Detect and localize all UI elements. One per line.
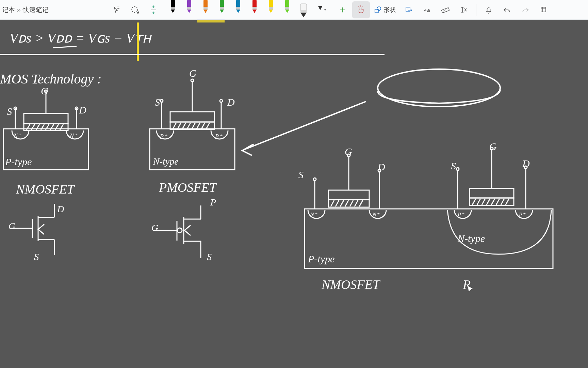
chevron-down-icon: ▾ bbox=[324, 8, 326, 12]
svg-text:+: + bbox=[137, 10, 139, 14]
pen-lime[interactable] bbox=[280, 0, 294, 14]
label-ntype1: N-type bbox=[153, 156, 179, 167]
svg-line-99 bbox=[359, 200, 363, 206]
label-g3: G bbox=[345, 146, 352, 157]
label-pplus3: P⁺ bbox=[458, 211, 464, 218]
pen-green[interactable] bbox=[215, 0, 229, 14]
svg-rect-91 bbox=[328, 190, 369, 200]
label-pplus1: P⁺ bbox=[160, 133, 167, 140]
svg-rect-24 bbox=[285, 7, 289, 10]
svg-point-80 bbox=[220, 99, 223, 102]
svg-marker-16 bbox=[236, 10, 240, 13]
svg-line-96 bbox=[345, 200, 348, 206]
svg-rect-34 bbox=[441, 7, 449, 13]
svg-rect-15 bbox=[236, 7, 240, 10]
label-s4: S bbox=[451, 160, 456, 172]
svg-marker-7 bbox=[187, 10, 191, 13]
text-cursor-tool[interactable] bbox=[108, 1, 126, 18]
heading-text: MOS Technology : bbox=[0, 71, 101, 87]
svg-line-95 bbox=[340, 200, 344, 206]
undo-button[interactable] bbox=[498, 1, 516, 18]
svg-line-113 bbox=[496, 199, 500, 205]
svg-line-74 bbox=[206, 123, 210, 129]
insert-space-tool[interactable] bbox=[145, 1, 162, 18]
svg-rect-9 bbox=[203, 7, 208, 10]
svg-line-97 bbox=[350, 200, 353, 206]
svg-rect-35 bbox=[541, 7, 546, 12]
svg-line-109 bbox=[477, 199, 480, 205]
svg-point-103 bbox=[313, 178, 316, 181]
svg-text:a: a bbox=[427, 8, 430, 13]
label-pmosfet: PMOSFET bbox=[159, 180, 216, 195]
label-symG2: G bbox=[151, 223, 158, 233]
svg-point-88 bbox=[177, 228, 182, 233]
notifications-button[interactable] bbox=[480, 1, 497, 18]
drawing-canvas[interactable]: Vᴅs > Vᴅᴅ = Vɢs − Vᴛʜ bbox=[0, 20, 588, 368]
svg-line-36 bbox=[53, 46, 77, 48]
svg-line-98 bbox=[355, 200, 358, 206]
ink-to-shape-button[interactable] bbox=[400, 1, 418, 18]
svg-line-68 bbox=[178, 123, 181, 129]
toolbar-divider bbox=[476, 4, 476, 16]
label-symS1: S bbox=[34, 251, 39, 262]
pen-options-dropdown[interactable]: ▾ bbox=[313, 5, 330, 15]
svg-marker-28 bbox=[300, 13, 307, 17]
svg-point-76 bbox=[191, 79, 194, 82]
shapes-label: 形状 bbox=[383, 6, 396, 14]
ink-to-text-button[interactable]: a bbox=[418, 1, 436, 18]
label-g4: G bbox=[489, 141, 497, 152]
touch-draw-toggle[interactable] bbox=[352, 1, 370, 18]
lasso-tool[interactable]: + bbox=[126, 1, 144, 18]
svg-rect-90 bbox=[305, 209, 553, 269]
breadcrumb-notebook[interactable]: 记本 bbox=[2, 5, 15, 14]
label-symS2: S bbox=[207, 251, 212, 262]
redo-button[interactable] bbox=[517, 1, 534, 18]
label-d1: D bbox=[79, 104, 86, 116]
pen-black[interactable] bbox=[166, 0, 180, 14]
svg-rect-41 bbox=[24, 113, 68, 124]
label-d4: D bbox=[522, 158, 530, 169]
pen-yellow[interactable] bbox=[264, 0, 278, 14]
svg-marker-29 bbox=[318, 6, 322, 10]
label-symP: P bbox=[210, 197, 216, 208]
label-ntype2: N-type bbox=[458, 233, 485, 244]
svg-line-93 bbox=[331, 200, 334, 206]
svg-line-115 bbox=[506, 199, 509, 205]
math-button[interactable] bbox=[455, 1, 473, 18]
label-symD1: D bbox=[57, 204, 64, 215]
svg-rect-6 bbox=[187, 7, 191, 10]
label-nplus1: N⁺ bbox=[14, 132, 21, 140]
ruler-button[interactable] bbox=[437, 1, 454, 18]
svg-point-78 bbox=[160, 99, 163, 102]
svg-line-71 bbox=[192, 123, 195, 129]
breadcrumb[interactable]: 记本 » 快速笔记 bbox=[2, 5, 62, 14]
pen-blue[interactable] bbox=[231, 0, 245, 14]
more-button[interactable] bbox=[535, 1, 553, 18]
pen-palette: ▾ bbox=[166, 0, 330, 20]
label-symG1: G bbox=[9, 221, 15, 232]
svg-rect-65 bbox=[170, 112, 214, 122]
pen-red[interactable] bbox=[247, 0, 262, 14]
pen-orange[interactable] bbox=[198, 0, 213, 14]
svg-marker-4 bbox=[171, 10, 175, 13]
svg-line-108 bbox=[472, 199, 476, 205]
svg-marker-19 bbox=[252, 10, 257, 13]
label-s1: S bbox=[7, 106, 12, 117]
svg-line-94 bbox=[336, 200, 339, 206]
breadcrumb-page[interactable]: 快速笔记 bbox=[23, 5, 49, 14]
label-s3: S bbox=[298, 169, 304, 181]
shapes-button[interactable]: 形状 bbox=[371, 1, 399, 18]
svg-marker-13 bbox=[220, 10, 224, 13]
label-d2: D bbox=[227, 96, 235, 108]
label-d3: D bbox=[378, 161, 385, 173]
svg-point-119 bbox=[456, 168, 459, 170]
label-nplus3: N⁺ bbox=[310, 211, 317, 218]
label-ptype1: P-type bbox=[5, 156, 32, 168]
svg-rect-27 bbox=[300, 10, 307, 13]
eraser-tool[interactable] bbox=[296, 3, 311, 17]
pen-purple[interactable] bbox=[182, 0, 196, 14]
svg-rect-3 bbox=[171, 7, 175, 10]
add-pen-button[interactable] bbox=[334, 1, 352, 18]
breadcrumb-sep: » bbox=[17, 6, 21, 14]
svg-line-112 bbox=[491, 199, 495, 205]
